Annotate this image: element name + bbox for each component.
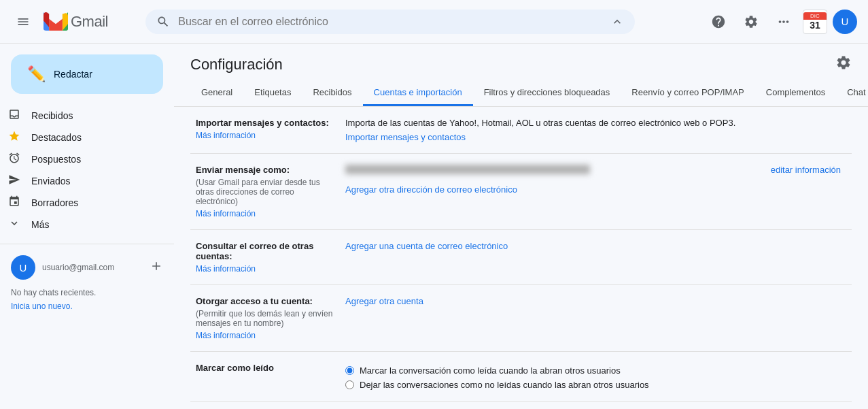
calendar-badge[interactable]: DIC 31 (803, 10, 827, 34)
edit-info-link[interactable]: editar información (771, 165, 841, 175)
snooze-icon (8, 152, 20, 167)
setting-label-acceso: Otorgar acceso a tu cuenta: (196, 296, 334, 306)
chat-section: U usuario@gmail.com No hay chats recient… (0, 244, 174, 316)
more-info-importar[interactable]: Más información (196, 131, 334, 140)
user-info: U usuario@gmail.com (11, 250, 163, 285)
sidebar-item-enviados[interactable]: Enviados (0, 170, 163, 192)
setting-label-importar: Importar mensajes y contactos: (196, 118, 334, 128)
sidebar-label-enviados: Enviados (31, 176, 152, 186)
settings-content: Importar mensajes y contactos: Más infor… (174, 107, 868, 409)
tab-cuentas-importacion[interactable]: Cuentas e importación (363, 80, 473, 106)
radio-marcar-leida[interactable] (345, 366, 354, 375)
search-bar (145, 10, 635, 34)
tab-recibidos[interactable]: Recibidos (302, 80, 362, 106)
importar-link[interactable]: Importar mensajes y contactos (345, 132, 466, 142)
gmail-logo: Gmail (44, 12, 108, 31)
tab-etiquetas[interactable]: Etiquetas (243, 80, 302, 106)
tab-reenvio[interactable]: Reenvío y correo POP/IMAP (621, 80, 754, 106)
radio-label-marcar-leida: Marcar la conversación como leída cuando… (360, 365, 621, 376)
setting-control-importar: Importa de las cuentas de Yahoo!, Hotmai… (340, 107, 852, 154)
settings-quick-icon[interactable] (737, 8, 765, 35)
sidebar-label-mas: Más (31, 219, 152, 230)
gmail-wordmark: Gmail (71, 13, 108, 31)
setting-control-marcar: Marcar la conversación como leída cuando… (340, 352, 852, 402)
help-icon[interactable] (705, 8, 732, 35)
tab-complementos[interactable]: Complementos (755, 80, 836, 106)
topbar-right: DIC 31 U (705, 8, 857, 35)
radio-item-marcar-leida[interactable]: Marcar la conversación como leída cuando… (345, 365, 846, 376)
setting-control-consultar: Agregar una cuenta de correo electrónico (340, 230, 852, 285)
calendar-month: DIC (803, 12, 827, 20)
tab-filtros[interactable]: Filtros y direcciones bloqueadas (473, 80, 621, 106)
topbar-left: Gmail (11, 10, 108, 34)
sidebar-label-borradores: Borradores (31, 197, 152, 208)
importar-description: Importa de las cuentas de Yahoo!, Hotmai… (345, 118, 846, 128)
blurred-email-bar (345, 165, 590, 180)
search-icon (156, 15, 170, 29)
tab-chat[interactable]: Chat (836, 80, 868, 106)
setting-sublabel-acceso: (Permitir que los demás lean y envíen me… (196, 309, 334, 328)
sidebar-user-avatar: U (11, 255, 35, 280)
sidebar-item-recibidos[interactable]: Recibidos (0, 105, 163, 127)
search-input[interactable] (178, 16, 602, 28)
page-title: Configuración (190, 56, 283, 73)
settings-table: Importar mensajes y contactos: Más infor… (190, 107, 852, 402)
setting-label-consultar: Consultar el correo de otras cuentas: (196, 241, 334, 261)
setting-row-enviar: Enviar mensaje como: (Usar Gmail para en… (190, 154, 852, 230)
send-as-row: editar información (345, 165, 846, 180)
settings-tabs: General Etiquetas Recibidos Cuentas e im… (174, 80, 868, 107)
setting-label-marcar: Marcar como leído (196, 363, 334, 373)
sidebar-label-pospuestos: Pospuestos (31, 154, 152, 165)
sidebar-label-recibidos: Recibidos (31, 110, 152, 121)
search-expand-icon[interactable] (610, 15, 624, 29)
setting-row-importar: Importar mensajes y contactos: Más infor… (190, 107, 852, 154)
more-info-acceso[interactable]: Más información (196, 331, 334, 340)
main-layout: ✏️ Redactar Recibidos Destacados Pospues… (0, 44, 868, 409)
radio-group-marcar: Marcar la conversación como leída cuando… (345, 365, 846, 390)
sidebar-item-destacados[interactable]: Destacados (0, 127, 163, 148)
setting-label-enviar: Enviar mensaje como: (196, 165, 334, 175)
user-avatar-topbar[interactable]: U (833, 10, 857, 34)
add-account-icon[interactable] (150, 259, 163, 276)
setting-sublabel-enviar: (Usar Gmail para enviar desde tus otras … (196, 178, 334, 206)
menu-icon[interactable] (11, 10, 35, 34)
agregar-otra-cuenta-link[interactable]: Agregar otra cuenta (345, 296, 423, 306)
add-address-link[interactable]: Agregar otra dirección de correo electró… (345, 184, 517, 195)
page-header: Configuración (174, 44, 868, 80)
start-new-chat-link[interactable]: Inicia uno nuevo. (11, 301, 73, 311)
radio-no-leida[interactable] (345, 380, 354, 389)
radio-item-no-leida[interactable]: Dejar las conversaciones como no leídas … (345, 380, 846, 390)
more-info-enviar[interactable]: Más información (196, 209, 334, 218)
quick-settings-icon[interactable] (835, 54, 852, 75)
sidebar: ✏️ Redactar Recibidos Destacados Pospues… (0, 44, 174, 409)
inbox-icon (8, 108, 20, 124)
setting-control-acceso: Agregar otra cuenta (340, 285, 852, 352)
compose-label: Redactar (54, 69, 92, 80)
sidebar-label-destacados: Destacados (31, 132, 152, 143)
setting-row-acceso: Otorgar acceso a tu cuenta: (Permitir qu… (190, 285, 852, 352)
setting-row-marcar: Marcar como leído Marcar la conversación… (190, 352, 852, 402)
sidebar-item-pospuestos[interactable]: Pospuestos (0, 148, 163, 170)
topbar: Gmail (0, 0, 868, 44)
more-info-consultar[interactable]: Más información (196, 264, 334, 274)
sidebar-username: usuario@gmail.com (42, 263, 114, 272)
sidebar-item-borradores[interactable]: Borradores (0, 192, 163, 214)
tab-general[interactable]: General (190, 80, 243, 106)
apps-icon[interactable] (770, 8, 797, 35)
compose-button[interactable]: ✏️ Redactar (11, 54, 163, 94)
radio-label-no-leida: Dejar las conversaciones como no leídas … (360, 380, 649, 390)
sent-icon (8, 174, 20, 189)
setting-row-consultar: Consultar el correo de otras cuentas: Má… (190, 230, 852, 285)
calendar-day: 31 (810, 20, 820, 31)
content-area: Configuración General Etiquetas Recibido… (174, 44, 868, 409)
drafts-icon (8, 195, 20, 211)
agregar-cuenta-correo-link[interactable]: Agregar una cuenta de correo electrónico (345, 241, 508, 251)
setting-control-enviar: editar información Agregar otra direcció… (340, 154, 852, 230)
more-icon (8, 217, 20, 233)
star-icon (8, 130, 20, 146)
compose-icon: ✏️ (27, 65, 46, 83)
sidebar-item-mas[interactable]: Más (0, 214, 163, 235)
no-recent-chats: No hay chats recientes. (11, 285, 163, 300)
